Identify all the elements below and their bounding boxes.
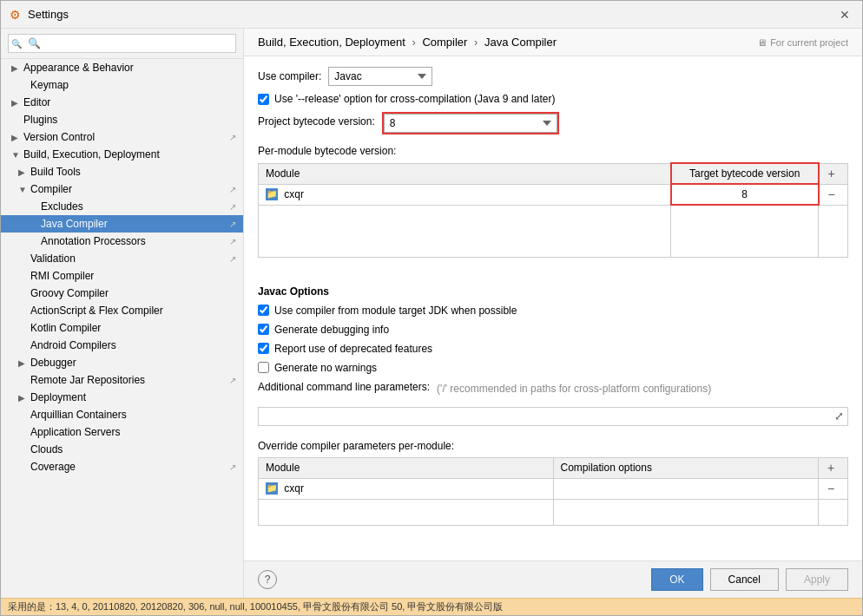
arrow-icon: ▶	[18, 167, 27, 177]
sidebar-item-label: Build Tools	[30, 166, 81, 178]
javac-section-title: Javac Options	[258, 285, 848, 298]
sidebar-item-label: Android Compilers	[30, 339, 116, 351]
external-icon: ↗	[229, 220, 236, 229]
external-icon: ↗	[229, 254, 236, 264]
opt3-label: Report use of deprecated features	[274, 343, 432, 355]
compiler-label: Use compiler:	[258, 70, 321, 82]
apply-button[interactable]: Apply	[786, 568, 848, 591]
sidebar-item-clouds[interactable]: Clouds	[1, 441, 243, 458]
sidebar-item-version-control[interactable]: ▶ Version Control ↗	[1, 128, 243, 146]
sidebar-item-coverage[interactable]: Coverage ↗	[1, 458, 243, 475]
external-icon: ↗	[229, 185, 236, 194]
sidebar-item-app-servers[interactable]: Application Servers	[1, 423, 243, 441]
add-override-button[interactable]: +	[826, 462, 836, 474]
title-bar: ⚙ Settings ✕	[1, 1, 862, 29]
sidebar-item-label: RMI Compiler	[30, 270, 94, 282]
sidebar-item-excludes[interactable]: Excludes ↗	[1, 198, 243, 215]
bytecode-select[interactable]: 8 11 17	[384, 114, 557, 133]
cmd-input[interactable]	[259, 408, 831, 425]
external-icon: ↗	[229, 202, 236, 212]
table-row: 📁 cxqr 8 −	[259, 184, 848, 205]
module-table: Module Target bytecode version +	[258, 162, 848, 258]
sidebar-item-kotlin-compiler[interactable]: Kotlin Compiler	[1, 319, 243, 337]
override-empty-cell1	[259, 499, 554, 525]
bytecode-label: Project bytecode version:	[258, 115, 375, 128]
sidebar-item-label: Appearance & Behavior	[23, 62, 134, 74]
close-button[interactable]: ✕	[836, 6, 853, 23]
app-icon: ⚙	[10, 8, 21, 22]
sidebar-item-label: Annotation Processors	[41, 235, 146, 247]
arrow-icon: ▶	[18, 393, 27, 403]
sidebar-item-deployment[interactable]: ▶ Deployment	[1, 389, 243, 406]
sidebar-item-groovy-compiler[interactable]: Groovy Compiler	[1, 285, 243, 302]
opt3-checkbox[interactable]	[258, 343, 269, 354]
remove-override-button[interactable]: −	[826, 482, 836, 495]
arrow-icon: ▶	[11, 63, 20, 73]
sidebar-item-compiler[interactable]: ▼ Compiler ↗	[1, 180, 243, 198]
sidebar-item-appearance[interactable]: ▶ Appearance & Behavior	[1, 59, 243, 76]
col-module-header: Module	[259, 163, 671, 184]
override-empty-row	[259, 499, 848, 525]
sidebar-item-build-tools[interactable]: ▶ Build Tools	[1, 163, 243, 180]
sidebar-item-arquillian[interactable]: Arquillian Containers	[1, 406, 243, 423]
compiler-select[interactable]: Javac Eclipse Ajc	[328, 67, 432, 86]
cancel-button[interactable]: Cancel	[710, 568, 779, 591]
sidebar-item-plugins[interactable]: Plugins	[1, 111, 243, 128]
external-icon: ↗	[229, 376, 236, 385]
panel-header: Build, Execution, Deployment › Compiler …	[244, 29, 862, 56]
sidebar-item-label: Clouds	[30, 443, 63, 455]
cross-compile-checkbox[interactable]	[258, 94, 269, 105]
cmd-params-row: Additional command line parameters: ('/'…	[258, 381, 848, 396]
opt1-row: Use compiler from module target JDK when…	[258, 305, 848, 317]
sidebar-item-label: Coverage	[30, 461, 76, 473]
sidebar-item-keymap[interactable]: Keymap	[1, 76, 243, 94]
bytecode-section: Project bytecode version: 8 11 17	[258, 112, 848, 134]
sidebar-item-editor[interactable]: ▶ Editor	[1, 94, 243, 111]
dialog-footer: ? OK Cancel Apply	[244, 560, 862, 598]
opt2-checkbox[interactable]	[258, 324, 269, 335]
arrow-icon: ▶	[18, 358, 27, 368]
sidebar-item-remote-jar[interactable]: Remote Jar Repositories ↗	[1, 371, 243, 389]
sidebar-item-java-compiler[interactable]: Java Compiler ↗	[1, 215, 243, 233]
panel-body: Use compiler: Javac Eclipse Ajc Use '--r…	[244, 56, 862, 560]
external-icon: ↗	[229, 133, 236, 142]
opt1-checkbox[interactable]	[258, 305, 269, 316]
breadcrumb-sep1: ›	[412, 36, 418, 49]
opt4-checkbox[interactable]	[258, 362, 269, 373]
sidebar-item-android-compilers[interactable]: Android Compilers	[1, 337, 243, 354]
search-input[interactable]	[8, 34, 236, 53]
remove-row-button[interactable]: −	[827, 188, 837, 200]
status-text: 采用的是：13, 4, 0, 20110820, 20120820, 306, …	[8, 601, 503, 612]
dialog-title: Settings	[28, 8, 69, 21]
ok-button[interactable]: OK	[651, 568, 702, 591]
sidebar-item-label: Excludes	[41, 200, 83, 213]
sidebar-item-validation[interactable]: Validation ↗	[1, 250, 243, 267]
per-module-label: Per-module bytecode version:	[258, 145, 848, 157]
sidebar-item-annotation-processors[interactable]: Annotation Processors ↗	[1, 233, 243, 250]
for-project: 🖥 For current project	[757, 37, 848, 48]
sidebar-item-actionscript-compiler[interactable]: ActionScript & Flex Compiler	[1, 302, 243, 319]
cmd-params-label: Additional command line parameters:	[258, 381, 430, 393]
sidebar: ▶ Appearance & Behavior Keymap ▶ Editor …	[1, 29, 244, 598]
sidebar-item-debugger[interactable]: ▶ Debugger	[1, 354, 243, 371]
cmd-params-hint: ('/' recommended in paths for cross-plat…	[437, 383, 711, 395]
sidebar-item-build-execution[interactable]: ▼ Build, Execution, Deployment	[1, 146, 243, 163]
sidebar-item-label: Kotlin Compiler	[30, 322, 101, 334]
tree: ▶ Appearance & Behavior Keymap ▶ Editor …	[1, 59, 243, 598]
title-bar-left: ⚙ Settings	[10, 8, 69, 22]
override-module-name: cxqr	[284, 482, 304, 495]
add-row-button[interactable]: +	[827, 167, 837, 180]
sidebar-item-label: ActionScript & Flex Compiler	[30, 305, 163, 317]
search-wrapper	[8, 34, 236, 53]
breadcrumb-part2: Compiler	[422, 36, 467, 49]
override-module-icon: 📁	[266, 482, 278, 495]
expand-button[interactable]: ⤢	[831, 408, 847, 424]
sidebar-item-rmi-compiler[interactable]: RMI Compiler	[1, 267, 243, 285]
opt4-label: Generate no warnings	[274, 362, 377, 374]
sidebar-item-label: Deployment	[30, 391, 86, 403]
sidebar-item-label: Arquillian Containers	[30, 409, 127, 421]
breadcrumb-part3: Java Compiler	[484, 36, 557, 49]
empty-cell3	[819, 205, 848, 257]
help-button[interactable]: ?	[258, 570, 277, 589]
override-actions-cell: −	[819, 478, 848, 499]
